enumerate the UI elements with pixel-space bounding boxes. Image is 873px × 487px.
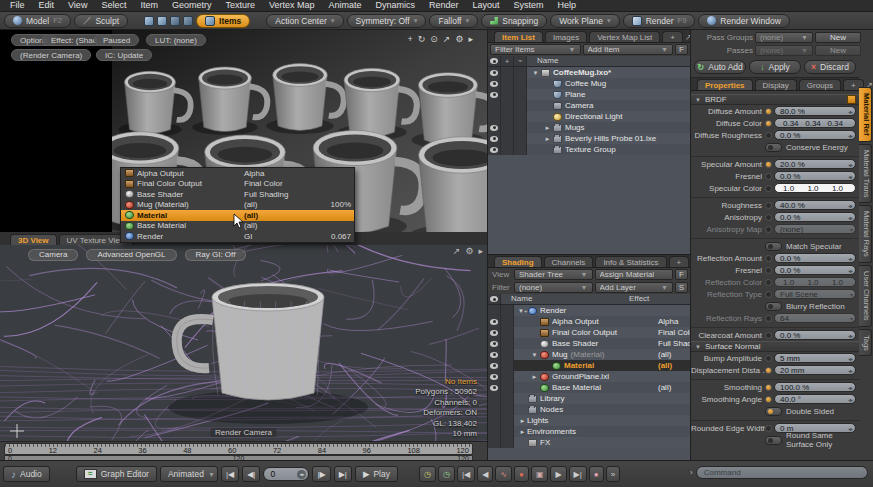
menu-layout[interactable]: Layout [466, 0, 507, 11]
expand-arrow-icon[interactable]: ► [518, 429, 527, 435]
spinner-icon[interactable]: ◂▸ [848, 255, 852, 262]
fresnel-field[interactable]: 0.0 %◂▸ [774, 265, 856, 275]
more-icon[interactable]: ▸ [468, 34, 473, 44]
preview-lut-button[interactable]: LUT: (none) [146, 34, 206, 46]
rounded-edge-width-field[interactable]: 0 m◂▸ [774, 423, 856, 433]
anisotropy-map-dropdown[interactable]: (none)▾ [774, 224, 856, 234]
step-forward-button[interactable]: |▶ [312, 466, 330, 482]
clock-icon[interactable]: ◷ [419, 466, 436, 482]
channel-dot-icon[interactable] [765, 214, 772, 221]
more-icon[interactable]: » [606, 466, 620, 482]
channel-dot-icon[interactable] [765, 355, 772, 362]
spinner-icon[interactable]: ◂▸ [848, 214, 852, 221]
row-visibility-toggle[interactable] [488, 437, 501, 448]
spinner-icon[interactable]: ◂▸ [848, 355, 852, 362]
edges-mode-icon[interactable] [157, 16, 167, 26]
menu-render[interactable]: Render [422, 0, 466, 11]
apply-button[interactable]: ↓Apply [749, 60, 801, 74]
popup-layer-row[interactable]: RenderGI0.067 [121, 231, 354, 242]
channel-dot-icon[interactable] [765, 384, 772, 391]
name-column-header[interactable]: Name [501, 294, 629, 304]
viewport-tab-3d-view[interactable]: 3D View [10, 234, 57, 245]
reflection-type-dropdown[interactable]: Full Scene▾ [774, 289, 856, 299]
work-plane-dropdown[interactable]: Work Plane▾ [550, 14, 620, 28]
spinner-icon[interactable]: ◂▸ [848, 425, 852, 432]
specular-color-field[interactable]: 1.01.01.0 [774, 183, 856, 193]
name-column-header[interactable]: Name [527, 56, 558, 66]
menu-vertex-map[interactable]: Vertex Map [262, 0, 322, 11]
action-center-dropdown[interactable]: Action Center▾ [266, 14, 343, 28]
tab-images[interactable]: Images [545, 31, 587, 42]
expand-icon[interactable]: ↗ [453, 246, 461, 256]
discard-button[interactable]: ×Discard [804, 60, 856, 74]
tree-row[interactable]: Base Material(all) [488, 382, 690, 393]
tree-row[interactable]: Library [488, 393, 690, 404]
passes-dropdown[interactable]: (none)▼ [755, 45, 813, 56]
side-tab-material-rays[interactable]: Material Rays [859, 205, 872, 263]
next-key-icon[interactable]: ▶ [550, 466, 566, 482]
diffuse-color-field[interactable]: 0.340.340.34 [774, 118, 856, 128]
channel-dot-icon[interactable] [765, 255, 772, 262]
tree-row[interactable]: Directional Light [488, 111, 690, 122]
command-history-toggle[interactable]: › [690, 468, 693, 477]
row-visibility-toggle[interactable] [488, 133, 501, 144]
more-icon[interactable]: ▸ [478, 246, 483, 256]
drop-key-icon[interactable]: ● [589, 466, 604, 482]
channel-dot-icon[interactable] [765, 367, 772, 374]
tree-row[interactable]: Nodes [488, 404, 690, 415]
row-visibility-toggle[interactable] [488, 349, 501, 360]
command-input[interactable]: Command [696, 466, 868, 479]
play-button[interactable]: ▶Play [355, 466, 398, 482]
expand-arrow-icon[interactable]: ▼ [531, 70, 540, 76]
expand-icon[interactable]: ↗ [443, 34, 451, 44]
popup-layer-row[interactable]: Final Color OutputFinal Color [121, 179, 354, 190]
last-key-icon[interactable]: ▶| [569, 466, 587, 482]
materials-mode-icon[interactable] [183, 16, 193, 26]
smoothing-field[interactable]: 100.0 %◂▸ [774, 382, 856, 392]
menu-animate[interactable]: Animate [321, 0, 368, 11]
tree-row[interactable]: ▼+Render [488, 305, 690, 316]
row-visibility-toggle[interactable] [488, 371, 501, 382]
reflection-rays-dropdown[interactable]: 64▾ [774, 313, 856, 323]
clock-green-icon[interactable]: ◷ [438, 466, 455, 482]
tab-item-list[interactable]: Item List [494, 31, 543, 42]
blurry-reflection-toggle[interactable] [765, 302, 782, 311]
tree-row[interactable]: Camera [488, 100, 690, 111]
menu-edit[interactable]: Edit [32, 0, 62, 11]
tree-row[interactable]: Material(all) [488, 360, 690, 371]
row-visibility-toggle[interactable] [488, 78, 501, 89]
spinner-icon[interactable]: ◂▸ [848, 132, 852, 139]
side-tab-tags[interactable]: Tags [859, 329, 872, 357]
menu-texture[interactable]: Texture [218, 0, 262, 11]
section-header-brdf[interactable]: ▼BRDF [691, 94, 859, 105]
tree-row[interactable]: ▼CoffeeMug.lxo* [488, 67, 690, 78]
reflection-color-field[interactable]: 1.01.01.0 [774, 277, 856, 287]
channel-dot-icon[interactable] [765, 425, 772, 432]
prev-key-icon[interactable]: ◀ [477, 466, 493, 482]
popup-layer-row[interactable]: Mug (Material)(all)100% [121, 200, 354, 211]
diffuse-amount-field[interactable]: 80.0 %◂▸ [774, 106, 856, 116]
smoothing-angle-field[interactable]: 40.0 °◂▸ [774, 394, 856, 404]
menu-geometry[interactable]: Geometry [165, 0, 219, 11]
timeline[interactable]: 01224364860728496108120 0 120 120 [0, 441, 487, 460]
row-visibility-toggle[interactable] [488, 305, 501, 316]
round-same-surface-only-toggle[interactable] [765, 436, 782, 445]
model-mode-button[interactable]: ModelF2 [4, 14, 71, 28]
channel-dot-icon[interactable] [765, 291, 772, 298]
row-visibility-toggle[interactable] [488, 338, 501, 349]
preview-paused-button[interactable]: Paused [94, 34, 139, 46]
add-item-dropdown[interactable]: Add Item▼ [583, 44, 674, 55]
channel-dot-icon[interactable] [765, 185, 772, 192]
conserve-energy-toggle[interactable] [765, 143, 782, 152]
expand-arrow-icon[interactable]: ► [518, 418, 527, 424]
zoom-icon[interactable]: ⊙ [430, 34, 438, 44]
diffuse-roughness-field[interactable]: 0.0 %◂▸ [774, 130, 856, 140]
render-window-button[interactable]: Render Window [698, 14, 789, 28]
row-visibility-toggle[interactable] [488, 415, 501, 426]
tab-vertex-map-list[interactable]: Vertex Map List [589, 31, 660, 42]
menu-item[interactable]: Item [133, 0, 165, 11]
step-back-button[interactable]: ◀| [242, 466, 260, 482]
roughness-field[interactable]: 40.0 %◂▸ [774, 200, 856, 210]
channel-dot-icon[interactable] [765, 120, 772, 127]
render-button[interactable]: RenderF9 [623, 14, 696, 28]
